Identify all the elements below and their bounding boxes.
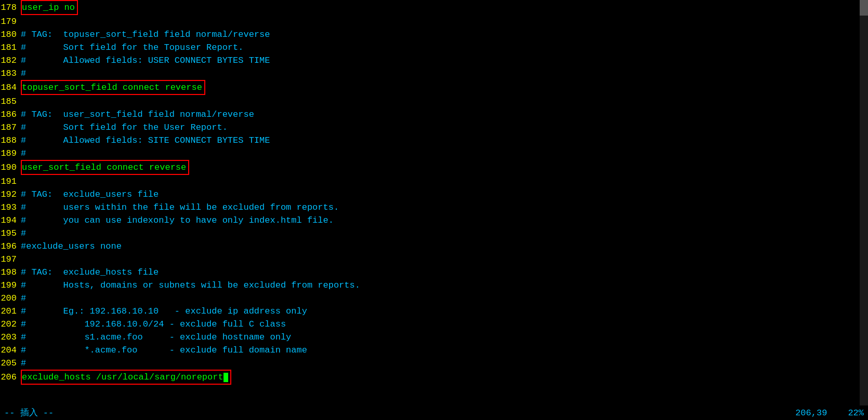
line-content: # Sort field for the Topuser Report. [21, 41, 243, 54]
line-content: # [21, 147, 26, 160]
line-content: #exclude_users none [21, 240, 122, 253]
line-content: # *.acme.foo - exclude full domain name [21, 344, 307, 357]
cursor-position: 206,39 [795, 407, 827, 419]
line-number: 191 [0, 175, 21, 188]
line-content: # users within the file will be excluded… [21, 201, 339, 214]
status-mode: -- 插入 -- [4, 407, 795, 419]
scrollbar[interactable] [860, 0, 868, 405]
line-number: 186 [0, 108, 21, 121]
code-line: 183# [0, 67, 868, 80]
line-number: 188 [0, 134, 21, 147]
line-number: 181 [0, 41, 21, 54]
line-number: 203 [0, 331, 21, 344]
line-content: user_ip no [21, 0, 78, 15]
line-content: # [21, 227, 26, 240]
line-number: 206 [0, 371, 21, 384]
line-number: 190 [0, 161, 21, 174]
code-line: 187# Sort field for the User Report. [0, 121, 868, 134]
code-line: 188# Allowed fields: SITE CONNECT BYTES … [0, 134, 868, 147]
line-number: 183 [0, 67, 21, 80]
line-content: # 192.168.10.0/24 - exclude full C class [21, 318, 286, 331]
code-line: 200# [0, 292, 868, 305]
code-line: 184topuser_sort_field connect reverse [0, 80, 868, 95]
code-line: 204# *.acme.foo - exclude full domain na… [0, 344, 868, 357]
line-content: # [21, 67, 26, 80]
code-line: 202# 192.168.10.0/24 - exclude full C cl… [0, 318, 868, 331]
line-content: # you can use indexonly to have only ind… [21, 214, 334, 227]
line-number: 200 [0, 292, 21, 305]
line-number: 201 [0, 305, 21, 318]
code-line: 196#exclude_users none [0, 240, 868, 253]
line-number: 187 [0, 121, 21, 134]
code-line: 193# users within the file will be exclu… [0, 201, 868, 214]
line-number: 195 [0, 227, 21, 240]
line-number: 199 [0, 279, 21, 292]
code-line: 190user_sort_field connect reverse [0, 160, 868, 175]
line-content: # Sort field for the User Report. [21, 121, 228, 134]
status-bar: -- 插入 -- 206,39 22% [0, 405, 868, 420]
line-content: # Eg.: 192.168.10.10 - exclude ip addres… [21, 305, 307, 318]
line-number: 198 [0, 266, 21, 279]
text-cursor [223, 373, 228, 382]
code-line: 182# Allowed fields: USER CONNECT BYTES … [0, 54, 868, 67]
code-line: 192# TAG: exclude_users file [0, 188, 868, 201]
line-content: # Allowed fields: SITE CONNECT BYTES TIM… [21, 134, 270, 147]
line-number: 185 [0, 95, 21, 108]
code-line: 205# [0, 357, 868, 370]
line-number: 180 [0, 28, 21, 41]
line-content: # s1.acme.foo - exclude hostname only [21, 331, 291, 344]
code-line: 191 [0, 175, 868, 188]
code-line: 179 [0, 15, 868, 28]
line-number: 182 [0, 54, 21, 67]
line-content: # [21, 292, 26, 305]
line-number: 179 [0, 15, 21, 28]
line-content: topuser_sort_field connect reverse [21, 80, 205, 95]
line-number: 202 [0, 318, 21, 331]
line-content: # TAG: exclude_users file [21, 188, 159, 201]
line-number: 189 [0, 147, 21, 160]
scrollbar-thumb[interactable] [860, 0, 868, 16]
code-line: 199# Hosts, domains or subnets will be e… [0, 279, 868, 292]
line-content: # TAG: exclude_hosts file [21, 266, 159, 279]
line-content: user_sort_field connect reverse [21, 160, 189, 175]
code-line: 197 [0, 253, 868, 266]
code-line: 189# [0, 147, 868, 160]
code-area: 178user_ip no179180# TAG: topuser_sort_f… [0, 0, 868, 385]
status-right: 206,39 22% [795, 407, 864, 419]
line-content: # [21, 357, 26, 370]
code-line: 198# TAG: exclude_hosts file [0, 266, 868, 279]
code-line: 206exclude_hosts /usr/local/sarg/norepor… [0, 370, 868, 385]
line-number: 194 [0, 214, 21, 227]
code-line: 178user_ip no [0, 0, 868, 15]
code-line: 195# [0, 227, 868, 240]
code-line: 181# Sort field for the Topuser Report. [0, 41, 868, 54]
code-line: 194# you can use indexonly to have only … [0, 214, 868, 227]
line-content: exclude_hosts /usr/local/sarg/noreport [21, 370, 231, 385]
line-content: # Hosts, domains or subnets will be excl… [21, 279, 360, 292]
editor-container: 178user_ip no179180# TAG: topuser_sort_f… [0, 0, 868, 420]
line-number: 193 [0, 201, 21, 214]
code-line: 185 [0, 95, 868, 108]
line-number: 178 [0, 1, 21, 14]
code-line: 180# TAG: topuser_sort_field field norma… [0, 28, 868, 41]
line-number: 192 [0, 188, 21, 201]
code-line: 186# TAG: user_sort_field field normal/r… [0, 108, 868, 121]
line-number: 184 [0, 81, 21, 94]
code-line: 203# s1.acme.foo - exclude hostname only [0, 331, 868, 344]
line-content: # TAG: user_sort_field field normal/reve… [21, 108, 254, 121]
scroll-percent: 22% [848, 407, 864, 419]
line-content: # TAG: topuser_sort_field field normal/r… [21, 28, 270, 41]
line-number: 204 [0, 344, 21, 357]
line-number: 196 [0, 240, 21, 253]
line-content: # Allowed fields: USER CONNECT BYTES TIM… [21, 54, 270, 67]
line-number: 197 [0, 253, 21, 266]
line-number: 205 [0, 357, 21, 370]
code-line: 201# Eg.: 192.168.10.10 - exclude ip add… [0, 305, 868, 318]
